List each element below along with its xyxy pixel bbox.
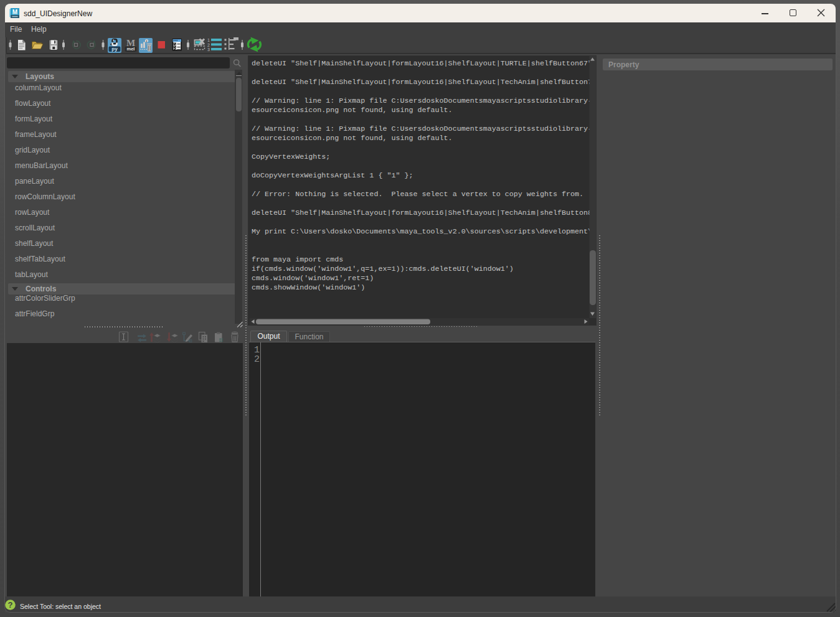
svg-text:1: 1 xyxy=(207,38,210,42)
svg-text:mel: mel xyxy=(127,46,135,52)
svg-text:?: ? xyxy=(8,600,13,610)
svg-text:M: M xyxy=(12,8,17,15)
svg-text:3: 3 xyxy=(207,47,210,52)
svg-text:2: 2 xyxy=(207,43,210,47)
svg-text:py: py xyxy=(111,46,118,52)
